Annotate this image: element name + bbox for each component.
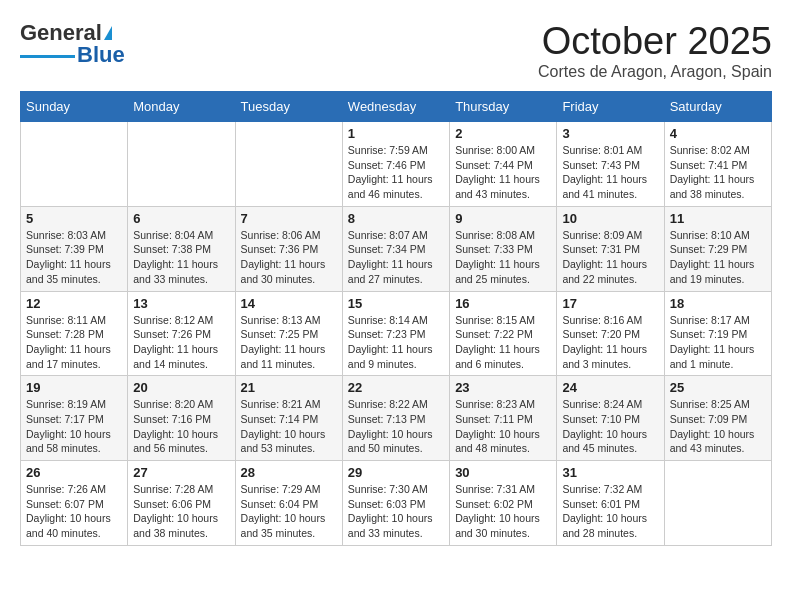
calendar-cell: 18Sunrise: 8:17 AM Sunset: 7:19 PM Dayli… — [664, 291, 771, 376]
day-info: Sunrise: 8:15 AM Sunset: 7:22 PM Dayligh… — [455, 313, 551, 372]
day-info: Sunrise: 8:25 AM Sunset: 7:09 PM Dayligh… — [670, 397, 766, 456]
calendar-cell: 24Sunrise: 8:24 AM Sunset: 7:10 PM Dayli… — [557, 376, 664, 461]
day-number: 1 — [348, 126, 444, 141]
calendar-cell: 19Sunrise: 8:19 AM Sunset: 7:17 PM Dayli… — [21, 376, 128, 461]
logo-line — [20, 55, 75, 58]
day-info: Sunrise: 8:24 AM Sunset: 7:10 PM Dayligh… — [562, 397, 658, 456]
day-info: Sunrise: 7:59 AM Sunset: 7:46 PM Dayligh… — [348, 143, 444, 202]
weekday-header-row: SundayMondayTuesdayWednesdayThursdayFrid… — [21, 92, 772, 122]
calendar-cell: 11Sunrise: 8:10 AM Sunset: 7:29 PM Dayli… — [664, 206, 771, 291]
calendar-cell: 23Sunrise: 8:23 AM Sunset: 7:11 PM Dayli… — [450, 376, 557, 461]
day-number: 25 — [670, 380, 766, 395]
calendar-cell — [21, 122, 128, 207]
week-row-3: 19Sunrise: 8:19 AM Sunset: 7:17 PM Dayli… — [21, 376, 772, 461]
day-number: 2 — [455, 126, 551, 141]
day-info: Sunrise: 8:19 AM Sunset: 7:17 PM Dayligh… — [26, 397, 122, 456]
day-info: Sunrise: 7:31 AM Sunset: 6:02 PM Dayligh… — [455, 482, 551, 541]
day-info: Sunrise: 8:09 AM Sunset: 7:31 PM Dayligh… — [562, 228, 658, 287]
calendar-cell: 5Sunrise: 8:03 AM Sunset: 7:39 PM Daylig… — [21, 206, 128, 291]
day-info: Sunrise: 7:29 AM Sunset: 6:04 PM Dayligh… — [241, 482, 337, 541]
day-number: 20 — [133, 380, 229, 395]
day-info: Sunrise: 8:08 AM Sunset: 7:33 PM Dayligh… — [455, 228, 551, 287]
calendar-cell: 3Sunrise: 8:01 AM Sunset: 7:43 PM Daylig… — [557, 122, 664, 207]
day-info: Sunrise: 7:32 AM Sunset: 6:01 PM Dayligh… — [562, 482, 658, 541]
day-number: 24 — [562, 380, 658, 395]
day-number: 23 — [455, 380, 551, 395]
day-number: 17 — [562, 296, 658, 311]
week-row-4: 26Sunrise: 7:26 AM Sunset: 6:07 PM Dayli… — [21, 461, 772, 546]
day-number: 3 — [562, 126, 658, 141]
week-row-2: 12Sunrise: 8:11 AM Sunset: 7:28 PM Dayli… — [21, 291, 772, 376]
day-info: Sunrise: 8:04 AM Sunset: 7:38 PM Dayligh… — [133, 228, 229, 287]
calendar-cell: 7Sunrise: 8:06 AM Sunset: 7:36 PM Daylig… — [235, 206, 342, 291]
day-number: 29 — [348, 465, 444, 480]
day-number: 26 — [26, 465, 122, 480]
calendar-cell: 1Sunrise: 7:59 AM Sunset: 7:46 PM Daylig… — [342, 122, 449, 207]
calendar-cell: 9Sunrise: 8:08 AM Sunset: 7:33 PM Daylig… — [450, 206, 557, 291]
calendar-cell: 2Sunrise: 8:00 AM Sunset: 7:44 PM Daylig… — [450, 122, 557, 207]
day-number: 6 — [133, 211, 229, 226]
day-number: 27 — [133, 465, 229, 480]
day-number: 18 — [670, 296, 766, 311]
calendar-cell: 22Sunrise: 8:22 AM Sunset: 7:13 PM Dayli… — [342, 376, 449, 461]
calendar-cell — [128, 122, 235, 207]
day-info: Sunrise: 8:00 AM Sunset: 7:44 PM Dayligh… — [455, 143, 551, 202]
day-number: 31 — [562, 465, 658, 480]
calendar-cell: 14Sunrise: 8:13 AM Sunset: 7:25 PM Dayli… — [235, 291, 342, 376]
calendar-table: SundayMondayTuesdayWednesdayThursdayFrid… — [20, 91, 772, 546]
day-info: Sunrise: 8:20 AM Sunset: 7:16 PM Dayligh… — [133, 397, 229, 456]
day-info: Sunrise: 8:17 AM Sunset: 7:19 PM Dayligh… — [670, 313, 766, 372]
calendar-cell: 28Sunrise: 7:29 AM Sunset: 6:04 PM Dayli… — [235, 461, 342, 546]
logo: General Blue — [20, 20, 125, 68]
day-info: Sunrise: 8:06 AM Sunset: 7:36 PM Dayligh… — [241, 228, 337, 287]
page-header: General Blue October 2025 Cortes de Arag… — [20, 20, 772, 81]
day-number: 15 — [348, 296, 444, 311]
day-info: Sunrise: 8:03 AM Sunset: 7:39 PM Dayligh… — [26, 228, 122, 287]
day-number: 16 — [455, 296, 551, 311]
calendar-cell: 21Sunrise: 8:21 AM Sunset: 7:14 PM Dayli… — [235, 376, 342, 461]
calendar-cell: 29Sunrise: 7:30 AM Sunset: 6:03 PM Dayli… — [342, 461, 449, 546]
calendar-cell: 16Sunrise: 8:15 AM Sunset: 7:22 PM Dayli… — [450, 291, 557, 376]
day-number: 22 — [348, 380, 444, 395]
day-number: 7 — [241, 211, 337, 226]
day-info: Sunrise: 8:12 AM Sunset: 7:26 PM Dayligh… — [133, 313, 229, 372]
calendar-cell: 15Sunrise: 8:14 AM Sunset: 7:23 PM Dayli… — [342, 291, 449, 376]
calendar-cell: 25Sunrise: 8:25 AM Sunset: 7:09 PM Dayli… — [664, 376, 771, 461]
weekday-friday: Friday — [557, 92, 664, 122]
day-number: 13 — [133, 296, 229, 311]
weekday-wednesday: Wednesday — [342, 92, 449, 122]
calendar-cell: 12Sunrise: 8:11 AM Sunset: 7:28 PM Dayli… — [21, 291, 128, 376]
calendar-cell: 26Sunrise: 7:26 AM Sunset: 6:07 PM Dayli… — [21, 461, 128, 546]
day-number: 5 — [26, 211, 122, 226]
day-info: Sunrise: 8:10 AM Sunset: 7:29 PM Dayligh… — [670, 228, 766, 287]
day-number: 21 — [241, 380, 337, 395]
day-info: Sunrise: 7:26 AM Sunset: 6:07 PM Dayligh… — [26, 482, 122, 541]
day-info: Sunrise: 8:13 AM Sunset: 7:25 PM Dayligh… — [241, 313, 337, 372]
calendar-cell: 10Sunrise: 8:09 AM Sunset: 7:31 PM Dayli… — [557, 206, 664, 291]
day-number: 8 — [348, 211, 444, 226]
weekday-saturday: Saturday — [664, 92, 771, 122]
title-block: October 2025 Cortes de Aragon, Aragon, S… — [538, 20, 772, 81]
day-number: 14 — [241, 296, 337, 311]
weekday-tuesday: Tuesday — [235, 92, 342, 122]
day-number: 11 — [670, 211, 766, 226]
day-number: 28 — [241, 465, 337, 480]
day-info: Sunrise: 8:14 AM Sunset: 7:23 PM Dayligh… — [348, 313, 444, 372]
calendar-cell: 30Sunrise: 7:31 AM Sunset: 6:02 PM Dayli… — [450, 461, 557, 546]
day-number: 12 — [26, 296, 122, 311]
day-number: 9 — [455, 211, 551, 226]
day-info: Sunrise: 8:22 AM Sunset: 7:13 PM Dayligh… — [348, 397, 444, 456]
day-info: Sunrise: 8:07 AM Sunset: 7:34 PM Dayligh… — [348, 228, 444, 287]
weekday-monday: Monday — [128, 92, 235, 122]
calendar-cell: 31Sunrise: 7:32 AM Sunset: 6:01 PM Dayli… — [557, 461, 664, 546]
logo-blue: Blue — [77, 42, 125, 68]
weekday-sunday: Sunday — [21, 92, 128, 122]
calendar-cell: 6Sunrise: 8:04 AM Sunset: 7:38 PM Daylig… — [128, 206, 235, 291]
calendar-body: 1Sunrise: 7:59 AM Sunset: 7:46 PM Daylig… — [21, 122, 772, 546]
day-number: 4 — [670, 126, 766, 141]
week-row-1: 5Sunrise: 8:03 AM Sunset: 7:39 PM Daylig… — [21, 206, 772, 291]
month-title: October 2025 — [538, 20, 772, 63]
day-info: Sunrise: 8:02 AM Sunset: 7:41 PM Dayligh… — [670, 143, 766, 202]
day-info: Sunrise: 8:11 AM Sunset: 7:28 PM Dayligh… — [26, 313, 122, 372]
day-info: Sunrise: 7:28 AM Sunset: 6:06 PM Dayligh… — [133, 482, 229, 541]
